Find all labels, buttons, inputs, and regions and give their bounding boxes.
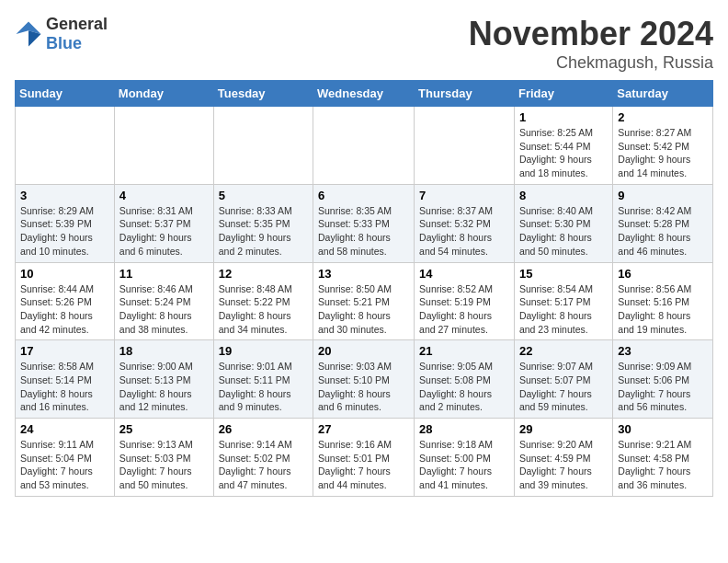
day-number: 29 <box>519 422 608 436</box>
info-line: Sunset: 5:08 PM <box>419 374 491 385</box>
day-info: Sunrise: 9:20 AMSunset: 4:59 PMDaylight:… <box>519 438 608 492</box>
day-cell: 12Sunrise: 8:48 AMSunset: 5:22 PMDayligh… <box>213 262 313 340</box>
info-line: Sunrise: 8:27 AM <box>618 127 691 138</box>
header-cell-thursday: Thursday <box>415 81 515 107</box>
day-number: 2 <box>618 110 708 124</box>
day-info: Sunrise: 8:44 AMSunset: 5:26 PMDaylight:… <box>20 282 109 337</box>
info-line: Sunrise: 8:50 AM <box>318 283 392 294</box>
info-line: Sunset: 5:39 PM <box>20 218 92 229</box>
day-number: 13 <box>318 267 409 281</box>
day-cell: 9Sunrise: 8:42 AMSunset: 5:28 PMDaylight… <box>613 184 713 262</box>
day-cell: 6Sunrise: 8:35 AMSunset: 5:33 PMDaylight… <box>313 184 415 262</box>
day-number: 12 <box>219 267 308 281</box>
info-line: Sunset: 5:11 PM <box>219 374 290 385</box>
info-line: Sunrise: 9:11 AM <box>20 439 94 450</box>
header-cell-tuesday: Tuesday <box>213 81 313 107</box>
info-line: Daylight: 8 hours and 46 minutes. <box>618 232 690 257</box>
info-line: Sunrise: 9:00 AM <box>119 361 193 372</box>
day-number: 15 <box>519 267 608 281</box>
day-number: 23 <box>618 344 708 358</box>
info-line: Sunrise: 8:25 AM <box>519 127 593 138</box>
info-line: Sunset: 5:30 PM <box>519 218 591 229</box>
logo-general: General <box>46 15 108 33</box>
info-line: Daylight: 7 hours and 50 minutes. <box>119 465 192 490</box>
info-line: Sunrise: 8:42 AM <box>618 205 691 216</box>
info-line: Sunset: 5:03 PM <box>119 453 191 464</box>
header-cell-monday: Monday <box>114 81 213 107</box>
day-cell: 4Sunrise: 8:31 AMSunset: 5:37 PMDaylight… <box>114 184 213 262</box>
day-info: Sunrise: 9:14 AMSunset: 5:02 PMDaylight:… <box>219 438 308 492</box>
info-line: Sunset: 5:06 PM <box>618 374 689 385</box>
info-line: Sunrise: 8:29 AM <box>20 205 94 216</box>
info-line: Sunset: 5:00 PM <box>419 453 491 464</box>
day-number: 4 <box>119 189 209 202</box>
day-info: Sunrise: 8:31 AMSunset: 5:37 PMDaylight:… <box>119 204 209 259</box>
info-line: Sunset: 5:04 PM <box>20 453 92 464</box>
day-number: 21 <box>419 344 509 358</box>
calendar-header: SundayMondayTuesdayWednesdayThursdayFrid… <box>16 81 713 107</box>
header-cell-wednesday: Wednesday <box>313 81 415 107</box>
info-line: Sunset: 5:26 PM <box>20 296 92 307</box>
info-line: Daylight: 7 hours and 44 minutes. <box>318 465 391 490</box>
day-info: Sunrise: 9:03 AMSunset: 5:10 PMDaylight:… <box>318 360 409 414</box>
day-cell: 2Sunrise: 8:27 AMSunset: 5:42 PMDaylight… <box>613 107 713 185</box>
day-info: Sunrise: 8:33 AMSunset: 5:35 PMDaylight:… <box>219 204 308 259</box>
info-line: Sunset: 5:33 PM <box>318 218 390 229</box>
day-cell: 13Sunrise: 8:50 AMSunset: 5:21 PMDayligh… <box>313 262 415 340</box>
day-cell: 3Sunrise: 8:29 AMSunset: 5:39 PMDaylight… <box>16 184 115 262</box>
day-cell: 23Sunrise: 9:09 AMSunset: 5:06 PMDayligh… <box>613 340 713 419</box>
day-info: Sunrise: 8:56 AMSunset: 5:16 PMDaylight:… <box>618 282 708 337</box>
day-cell: 18Sunrise: 9:00 AMSunset: 5:13 PMDayligh… <box>114 340 213 419</box>
info-line: Sunrise: 9:20 AM <box>519 439 593 450</box>
day-number: 27 <box>318 422 409 436</box>
day-cell: 20Sunrise: 9:03 AMSunset: 5:10 PMDayligh… <box>313 340 415 419</box>
info-line: Daylight: 7 hours and 47 minutes. <box>219 465 291 490</box>
info-line: Sunrise: 8:58 AM <box>20 361 94 372</box>
info-line: Sunset: 5:13 PM <box>119 374 191 385</box>
day-cell: 5Sunrise: 8:33 AMSunset: 5:35 PMDaylight… <box>213 184 313 262</box>
info-line: Daylight: 8 hours and 2 minutes. <box>419 388 492 413</box>
info-line: Sunrise: 9:21 AM <box>618 439 691 450</box>
info-line: Sunrise: 9:13 AM <box>119 439 193 450</box>
day-cell: 14Sunrise: 8:52 AMSunset: 5:19 PMDayligh… <box>415 262 515 340</box>
info-line: Sunrise: 8:35 AM <box>318 205 392 216</box>
day-cell: 1Sunrise: 8:25 AMSunset: 5:44 PMDaylight… <box>514 107 612 185</box>
day-cell: 27Sunrise: 9:16 AMSunset: 5:01 PMDayligh… <box>313 419 415 497</box>
info-line: Sunrise: 9:16 AM <box>318 439 392 450</box>
day-cell: 15Sunrise: 8:54 AMSunset: 5:17 PMDayligh… <box>514 262 612 340</box>
info-line: Daylight: 9 hours and 14 minutes. <box>618 154 690 178</box>
info-line: Daylight: 7 hours and 56 minutes. <box>618 388 690 413</box>
day-number: 10 <box>20 267 109 281</box>
day-number: 18 <box>119 344 209 358</box>
title-block: November 2024 Chekmagush, Russia <box>469 15 713 73</box>
day-cell <box>16 107 115 185</box>
info-line: Sunset: 5:14 PM <box>20 374 92 385</box>
info-line: Sunset: 5:17 PM <box>519 296 591 307</box>
day-info: Sunrise: 8:52 AMSunset: 5:19 PMDaylight:… <box>419 282 509 337</box>
day-cell: 17Sunrise: 8:58 AMSunset: 5:14 PMDayligh… <box>16 340 115 419</box>
day-number: 5 <box>219 189 308 202</box>
day-cell: 26Sunrise: 9:14 AMSunset: 5:02 PMDayligh… <box>213 419 313 497</box>
day-info: Sunrise: 8:54 AMSunset: 5:17 PMDaylight:… <box>519 282 608 337</box>
day-info: Sunrise: 9:21 AMSunset: 4:58 PMDaylight:… <box>618 438 708 492</box>
day-number: 9 <box>618 189 708 202</box>
day-cell: 28Sunrise: 9:18 AMSunset: 5:00 PMDayligh… <box>415 419 515 497</box>
day-number: 24 <box>20 422 109 436</box>
info-line: Sunrise: 9:07 AM <box>519 361 593 372</box>
info-line: Daylight: 8 hours and 9 minutes. <box>219 388 291 413</box>
info-line: Sunset: 5:32 PM <box>419 218 491 229</box>
day-number: 22 <box>519 344 608 358</box>
month-title: November 2024 <box>469 15 713 53</box>
info-line: Daylight: 8 hours and 34 minutes. <box>219 310 291 335</box>
day-info: Sunrise: 8:37 AMSunset: 5:32 PMDaylight:… <box>419 204 509 259</box>
day-cell: 21Sunrise: 9:05 AMSunset: 5:08 PMDayligh… <box>415 340 515 419</box>
info-line: Sunrise: 9:05 AM <box>419 361 493 372</box>
info-line: Daylight: 8 hours and 6 minutes. <box>318 388 391 413</box>
info-line: Sunrise: 8:56 AM <box>618 283 691 294</box>
day-info: Sunrise: 9:13 AMSunset: 5:03 PMDaylight:… <box>119 438 209 492</box>
info-line: Sunrise: 8:46 AM <box>119 283 193 294</box>
day-number: 1 <box>519 110 608 124</box>
info-line: Sunrise: 8:33 AM <box>219 205 292 216</box>
info-line: Sunset: 5:21 PM <box>318 296 390 307</box>
info-line: Daylight: 8 hours and 58 minutes. <box>318 232 391 257</box>
